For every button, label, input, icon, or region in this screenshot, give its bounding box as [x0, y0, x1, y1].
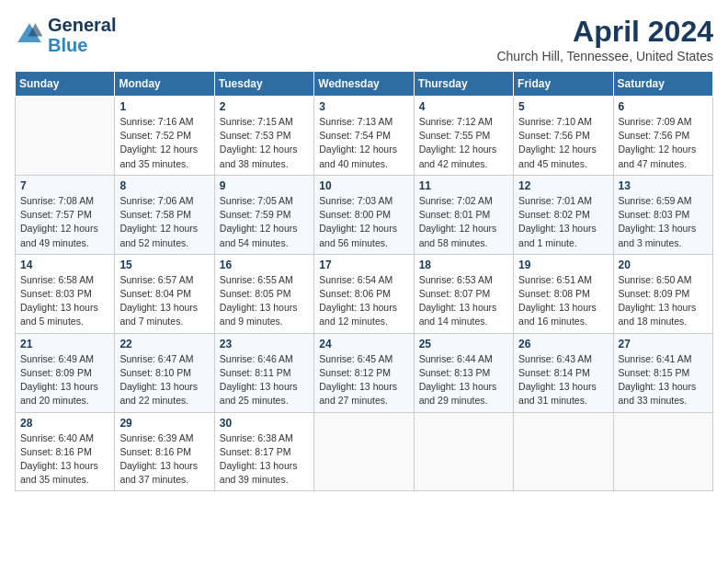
day-number: 7	[20, 179, 109, 192]
day-number: 11	[419, 179, 508, 192]
calendar-cell	[414, 412, 513, 491]
calendar-cell	[16, 97, 115, 176]
calendar-cell: 28Sunrise: 6:40 AM Sunset: 8:16 PM Dayli…	[16, 412, 115, 491]
day-info: Sunrise: 7:06 AM Sunset: 7:58 PM Dayligh…	[119, 194, 209, 250]
day-info: Sunrise: 7:13 AM Sunset: 7:54 PM Dayligh…	[319, 115, 408, 171]
calendar-cell: 19Sunrise: 6:51 AM Sunset: 8:08 PM Dayli…	[514, 254, 613, 333]
calendar-cell: 14Sunrise: 6:58 AM Sunset: 8:03 PM Dayli…	[16, 254, 115, 333]
calendar-cell: 18Sunrise: 6:53 AM Sunset: 8:07 PM Dayli…	[414, 254, 513, 333]
day-info: Sunrise: 6:47 AM Sunset: 8:10 PM Dayligh…	[119, 352, 209, 408]
calendar-cell: 24Sunrise: 6:45 AM Sunset: 8:12 PM Dayli…	[314, 333, 414, 412]
calendar-week-4: 21Sunrise: 6:49 AM Sunset: 8:09 PM Dayli…	[16, 333, 713, 412]
logo: General Blue	[15, 15, 116, 55]
calendar-cell	[613, 412, 712, 491]
day-number: 13	[619, 179, 708, 192]
calendar-cell: 7Sunrise: 7:08 AM Sunset: 7:57 PM Daylig…	[16, 175, 115, 254]
logo-text: General Blue	[48, 15, 116, 55]
day-info: Sunrise: 6:43 AM Sunset: 8:14 PM Dayligh…	[518, 352, 608, 408]
day-number: 19	[518, 259, 608, 271]
day-number: 28	[20, 417, 109, 430]
day-number: 18	[419, 259, 508, 271]
day-info: Sunrise: 6:50 AM Sunset: 8:09 PM Dayligh…	[619, 273, 708, 329]
calendar-cell: 13Sunrise: 6:59 AM Sunset: 8:03 PM Dayli…	[613, 175, 712, 254]
day-info: Sunrise: 6:40 AM Sunset: 8:16 PM Dayligh…	[20, 431, 109, 488]
day-number: 16	[220, 259, 309, 271]
month-title: April 2024	[496, 15, 713, 49]
day-info: Sunrise: 6:55 AM Sunset: 8:05 PM Dayligh…	[220, 273, 309, 329]
day-number: 9	[220, 179, 309, 192]
day-number: 1	[119, 100, 209, 113]
day-info: Sunrise: 6:41 AM Sunset: 8:15 PM Dayligh…	[619, 352, 708, 408]
calendar-week-2: 7Sunrise: 7:08 AM Sunset: 7:57 PM Daylig…	[16, 175, 713, 254]
day-number: 14	[20, 259, 109, 271]
calendar-cell: 21Sunrise: 6:49 AM Sunset: 8:09 PM Dayli…	[16, 333, 115, 412]
calendar-cell: 8Sunrise: 7:06 AM Sunset: 7:58 PM Daylig…	[115, 175, 214, 254]
calendar-cell: 17Sunrise: 6:54 AM Sunset: 8:06 PM Dayli…	[314, 254, 414, 333]
day-info: Sunrise: 7:08 AM Sunset: 7:57 PM Dayligh…	[20, 194, 109, 250]
day-number: 20	[619, 259, 708, 271]
day-info: Sunrise: 6:38 AM Sunset: 8:17 PM Dayligh…	[220, 431, 309, 488]
calendar-cell: 5Sunrise: 7:10 AM Sunset: 7:56 PM Daylig…	[514, 97, 613, 176]
day-header-tuesday: Tuesday	[214, 72, 313, 97]
calendar-cell	[314, 412, 414, 491]
calendar-cell: 6Sunrise: 7:09 AM Sunset: 7:56 PM Daylig…	[613, 97, 712, 176]
logo-icon	[15, 20, 44, 50]
day-header-monday: Monday	[115, 72, 214, 97]
calendar-week-5: 28Sunrise: 6:40 AM Sunset: 8:16 PM Dayli…	[16, 412, 713, 491]
day-number: 6	[619, 100, 708, 113]
calendar-cell: 15Sunrise: 6:57 AM Sunset: 8:04 PM Dayli…	[115, 254, 214, 333]
day-number: 10	[319, 179, 408, 192]
day-info: Sunrise: 7:03 AM Sunset: 8:00 PM Dayligh…	[319, 194, 408, 250]
day-info: Sunrise: 7:09 AM Sunset: 7:56 PM Dayligh…	[619, 115, 708, 171]
calendar-cell: 20Sunrise: 6:50 AM Sunset: 8:09 PM Dayli…	[613, 254, 712, 333]
day-number: 29	[119, 417, 209, 430]
day-header-saturday: Saturday	[613, 72, 712, 97]
day-number: 4	[419, 100, 508, 113]
day-info: Sunrise: 7:01 AM Sunset: 8:02 PM Dayligh…	[518, 194, 608, 250]
calendar-week-1: 1Sunrise: 7:16 AM Sunset: 7:52 PM Daylig…	[16, 97, 713, 176]
calendar-cell	[514, 412, 613, 491]
day-number: 15	[119, 259, 209, 271]
day-number: 12	[518, 179, 608, 192]
day-number: 27	[619, 338, 708, 350]
day-info: Sunrise: 6:58 AM Sunset: 8:03 PM Dayligh…	[20, 273, 109, 329]
day-info: Sunrise: 7:05 AM Sunset: 7:59 PM Dayligh…	[220, 194, 309, 250]
calendar-cell: 29Sunrise: 6:39 AM Sunset: 8:16 PM Dayli…	[115, 412, 214, 491]
day-number: 25	[419, 338, 508, 350]
calendar-cell: 12Sunrise: 7:01 AM Sunset: 8:02 PM Dayli…	[514, 175, 613, 254]
calendar-cell: 30Sunrise: 6:38 AM Sunset: 8:17 PM Dayli…	[214, 412, 313, 491]
calendar-cell: 10Sunrise: 7:03 AM Sunset: 8:00 PM Dayli…	[314, 175, 414, 254]
day-info: Sunrise: 6:45 AM Sunset: 8:12 PM Dayligh…	[319, 352, 408, 408]
day-info: Sunrise: 7:12 AM Sunset: 7:55 PM Dayligh…	[419, 115, 508, 171]
day-number: 26	[518, 338, 608, 350]
day-number: 23	[220, 338, 309, 350]
calendar-cell: 25Sunrise: 6:44 AM Sunset: 8:13 PM Dayli…	[414, 333, 513, 412]
day-info: Sunrise: 6:53 AM Sunset: 8:07 PM Dayligh…	[419, 273, 508, 329]
day-header-thursday: Thursday	[414, 72, 513, 97]
day-header-friday: Friday	[514, 72, 613, 97]
day-info: Sunrise: 6:44 AM Sunset: 8:13 PM Dayligh…	[419, 352, 508, 408]
calendar-cell: 27Sunrise: 6:41 AM Sunset: 8:15 PM Dayli…	[613, 333, 712, 412]
location: Church Hill, Tennessee, United States	[496, 49, 713, 63]
calendar-cell: 23Sunrise: 6:46 AM Sunset: 8:11 PM Dayli…	[214, 333, 313, 412]
day-info: Sunrise: 6:46 AM Sunset: 8:11 PM Dayligh…	[220, 352, 309, 408]
calendar-cell: 26Sunrise: 6:43 AM Sunset: 8:14 PM Dayli…	[514, 333, 613, 412]
day-number: 21	[20, 338, 109, 350]
page-header: General Blue April 2024 Church Hill, Ten…	[15, 15, 713, 63]
logo-line2: Blue	[48, 35, 87, 55]
calendar-cell: 16Sunrise: 6:55 AM Sunset: 8:05 PM Dayli…	[214, 254, 313, 333]
day-number: 5	[518, 100, 608, 113]
logo-line1: General	[48, 15, 116, 35]
day-info: Sunrise: 6:57 AM Sunset: 8:04 PM Dayligh…	[119, 273, 209, 329]
day-info: Sunrise: 6:51 AM Sunset: 8:08 PM Dayligh…	[518, 273, 608, 329]
calendar-body: 1Sunrise: 7:16 AM Sunset: 7:52 PM Daylig…	[16, 97, 713, 491]
calendar-week-3: 14Sunrise: 6:58 AM Sunset: 8:03 PM Dayli…	[16, 254, 713, 333]
day-number: 8	[119, 179, 209, 192]
day-info: Sunrise: 6:59 AM Sunset: 8:03 PM Dayligh…	[619, 194, 708, 250]
calendar-cell: 9Sunrise: 7:05 AM Sunset: 7:59 PM Daylig…	[214, 175, 313, 254]
day-number: 17	[319, 259, 408, 271]
calendar-header-row: SundayMondayTuesdayWednesdayThursdayFrid…	[16, 72, 713, 97]
day-info: Sunrise: 7:10 AM Sunset: 7:56 PM Dayligh…	[518, 115, 608, 171]
calendar: SundayMondayTuesdayWednesdayThursdayFrid…	[15, 71, 713, 491]
calendar-cell: 22Sunrise: 6:47 AM Sunset: 8:10 PM Dayli…	[115, 333, 214, 412]
